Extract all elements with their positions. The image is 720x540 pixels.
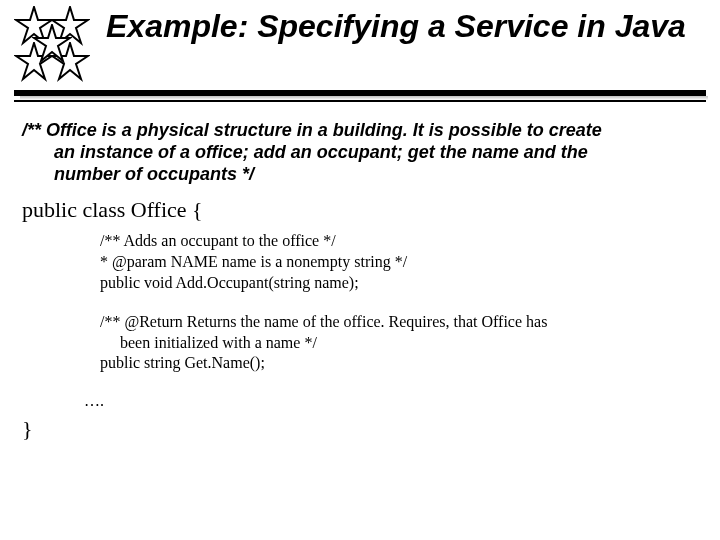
doc-line: an instance of a office; add an occupant… <box>22 142 698 164</box>
class-doc-comment: /** Office is a physical structure in a … <box>22 120 698 186</box>
doc-line: /** Office is a physical structure in a … <box>22 120 602 140</box>
class-declaration: public class Office { <box>22 196 698 224</box>
svg-marker-4 <box>34 25 70 61</box>
code-line: been initialized with a name */ <box>100 333 698 354</box>
code-line: * @param NAME name is a nonempty string … <box>100 252 698 273</box>
ellipsis: …. <box>22 392 698 410</box>
code-line: public void Add.Occupant(string name); <box>100 273 698 294</box>
logo-stars <box>14 6 96 88</box>
star-icon <box>32 24 72 64</box>
method-block: /** @Return Returns the name of the offi… <box>22 312 698 374</box>
close-brace: } <box>22 416 698 442</box>
method-block: /** Adds an occupant to the office */ * … <box>22 231 698 293</box>
slide-title: Example: Specifying a Service in Java <box>106 6 686 45</box>
code-line: /** @Return Returns the name of the offi… <box>100 312 698 333</box>
code-line: public string Get.Name(); <box>100 353 698 374</box>
code-line: /** Adds an occupant to the office */ <box>100 231 698 252</box>
doc-line: number of occupants */ <box>22 164 698 186</box>
divider <box>14 90 706 106</box>
